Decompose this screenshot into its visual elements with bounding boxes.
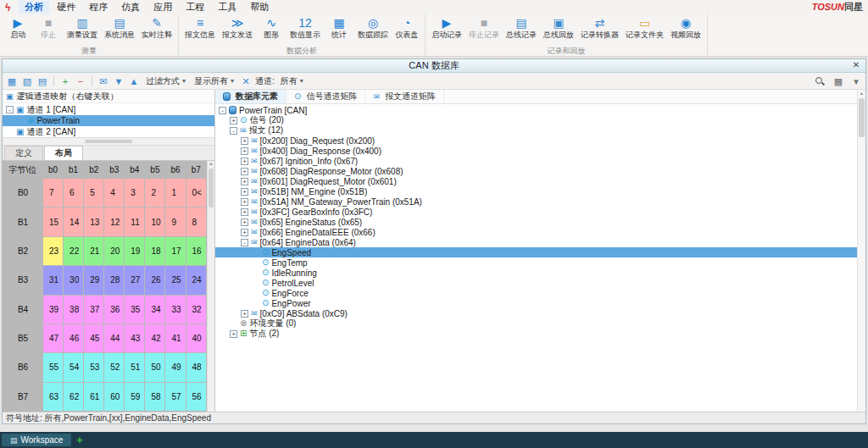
remove-button[interactable]: − [75, 75, 86, 87]
db-tree-node[interactable]: -PowerTrain [CAN] [215, 105, 857, 115]
db-tree-node[interactable]: +✉[0x400] Diag_Response (0x400) [215, 146, 857, 156]
db-tree-node[interactable]: ⊙EngForce [215, 288, 857, 298]
matrix-bit-cell[interactable]: 6 [64, 179, 84, 207]
matrix-bit-cell[interactable]: 48 [186, 353, 206, 382]
matrix-bit-cell[interactable]: 14 [64, 207, 84, 236]
database-tab[interactable]: ⊙信号通道矩阵 [287, 90, 365, 103]
matrix-bit-cell[interactable]: 59 [125, 382, 145, 411]
db-tree-node[interactable]: +✉[0x65] EngineStatus (0x65) [215, 217, 857, 227]
expander-icon[interactable]: + [241, 147, 248, 155]
db-tree-node[interactable]: ⊙EngTemp [215, 257, 857, 268]
matrix-bit-cell[interactable]: 5 [84, 179, 104, 207]
matrix-bit-cell[interactable]: 28 [104, 266, 125, 295]
db-tree-node[interactable]: ⊙EngSpeed [215, 247, 857, 257]
menu-item[interactable]: 程序 [83, 1, 114, 14]
ribbon-button[interactable]: ▦统计 [324, 15, 354, 47]
matrix-bit-cell[interactable]: 43 [125, 324, 145, 352]
expander-icon[interactable]: - [241, 239, 248, 246]
matrix-bit-cell[interactable]: 41 [165, 324, 186, 352]
matrix-bit-cell[interactable]: 47 [43, 324, 64, 352]
expander-icon[interactable]: + [241, 198, 248, 206]
matrix-bit-cell[interactable]: 11 [125, 207, 145, 236]
matrix-bit-cell[interactable]: 40 [186, 324, 206, 352]
ribbon-button[interactable]: ◎数据跟踪 [354, 15, 392, 47]
matrix-bit-cell[interactable]: 15 [43, 207, 64, 236]
db-tree-node[interactable]: +✉[0x51A] NM_Gateway_PowerTrain (0x51A) [215, 196, 857, 207]
db-tree-node[interactable]: ⊗环境变量 (0) [215, 318, 857, 329]
move-down-button[interactable]: ▼ [113, 75, 125, 87]
expander-icon[interactable]: + [241, 208, 248, 216]
matrix-bit-cell[interactable]: 46 [64, 324, 84, 352]
expander-icon[interactable]: + [241, 178, 248, 185]
db-tree-node[interactable]: -✉报文 (12) [215, 125, 857, 136]
matrix-bit-cell[interactable]: 49 [165, 353, 186, 382]
ribbon-button[interactable]: ▥测量设置 [64, 15, 101, 47]
ribbon-button[interactable]: ▶启动 [3, 15, 33, 47]
clear-channel-button[interactable]: ✕ [240, 75, 252, 87]
db-tree-node[interactable]: +✉[0x200] Diag_Request (0x200) [215, 136, 857, 146]
ribbon-button[interactable]: ▭记录文件夹 [622, 15, 667, 47]
matrix-bit-cell[interactable]: 37 [84, 295, 104, 324]
ribbon-button[interactable]: ∿图形 [256, 15, 287, 47]
ribbon-button[interactable]: ▤总线记录 [503, 15, 540, 47]
expander-icon[interactable]: + [230, 117, 237, 124]
ribbon-button[interactable]: ■停止 [33, 15, 64, 47]
message-button[interactable]: ✉ [97, 75, 109, 87]
channel-tree-node[interactable]: -▣通道 1 [CAN] [3, 104, 214, 115]
menu-item[interactable]: 仿真 [115, 1, 146, 14]
ribbon-button[interactable]: 12数值显示 [287, 15, 324, 47]
channel-dropdown[interactable]: 所有▾ [278, 75, 306, 87]
matrix-bit-cell[interactable]: 60 [104, 382, 125, 411]
matrix-bit-cell[interactable]: 8 [186, 207, 206, 236]
db-tree-node[interactable]: +✉[0x608] DiagResponse_Motor (0x608) [215, 166, 857, 176]
matrix-bit-cell[interactable]: 4 [104, 179, 125, 207]
menu-item[interactable]: 应用 [147, 1, 178, 14]
expander-icon[interactable]: + [241, 229, 248, 236]
menu-item[interactable]: 硬件 [51, 1, 81, 14]
matrix-bit-cell[interactable]: 57 [165, 382, 186, 411]
matrix-bit-cell[interactable]: 35 [125, 295, 145, 324]
matrix-bit-cell[interactable]: 44 [104, 324, 125, 352]
ribbon-button[interactable]: ≡报文信息 [181, 15, 219, 47]
matrix-bit-cell[interactable]: 56 [186, 382, 206, 411]
matrix-bit-cell[interactable]: 17 [165, 236, 186, 265]
window-scrollbar[interactable]: ▲ [857, 90, 865, 412]
matrix-bit-cell[interactable]: 45 [84, 324, 104, 352]
matrix-bit-cell[interactable]: 58 [145, 382, 165, 411]
menu-item[interactable]: 工具 [212, 1, 242, 14]
matrix-bit-cell[interactable]: 32 [186, 295, 206, 324]
menu-item[interactable]: 工程 [180, 1, 210, 14]
matrix-bit-cell[interactable]: 24 [186, 266, 206, 295]
collapse-all-icon[interactable]: ▧ [21, 75, 33, 87]
panel-splitter[interactable] [3, 137, 214, 146]
matrix-bit-cell[interactable]: 33 [165, 295, 186, 324]
grid-icon[interactable]: ▦ [832, 75, 844, 87]
db-tree-node[interactable]: ⊙EngPower [215, 298, 857, 308]
matrix-bit-cell[interactable]: 51 [125, 353, 145, 382]
db-tree-node[interactable]: +✉[0x601] DiagRequest_Motor (0x601) [215, 176, 857, 186]
matrix-bit-cell[interactable]: 18 [145, 236, 165, 265]
scrollbar-up-icon[interactable]: ▲ [860, 90, 865, 97]
workspace-tab[interactable]: ▤ Workspace [2, 434, 71, 446]
matrix-bit-cell[interactable]: 27 [125, 266, 145, 295]
expander-icon[interactable]: - [6, 106, 14, 113]
db-tree-node[interactable]: +✉[0x66] EngineDataIEEE (0x66) [215, 227, 857, 237]
export-icon[interactable]: ▤ [36, 75, 48, 87]
matrix-bit-cell[interactable]: 61 [84, 382, 104, 411]
close-icon[interactable]: ✕ [850, 60, 862, 69]
matrix-bit-cell[interactable]: 13 [84, 207, 104, 236]
matrix-bit-cell[interactable]: 3 [125, 179, 145, 207]
ribbon-button[interactable]: ■停止记录 [465, 15, 503, 47]
ribbon-button[interactable]: ≫报文发送 [219, 15, 256, 47]
expander-icon[interactable]: + [241, 158, 248, 165]
ribbon-button[interactable]: ◔仪表盘 [392, 15, 422, 47]
db-tree-node[interactable]: -✉[0x64] EngineData (0x64) [215, 237, 857, 247]
matrix-bit-cell[interactable]: 52 [104, 353, 125, 382]
channel-tree-node[interactable]: ⊕PowerTrain [3, 115, 214, 126]
matrix-bit-cell[interactable]: 54 [64, 353, 84, 382]
matrix-bit-cell[interactable]: 10 [145, 207, 165, 236]
ribbon-button[interactable]: ▣总线回放 [540, 15, 577, 47]
matrix-bit-cell[interactable]: 62 [64, 382, 84, 411]
tab-item[interactable]: 定义 [4, 146, 43, 160]
database-tab[interactable]: ✉报文通道矩阵 [365, 90, 444, 103]
